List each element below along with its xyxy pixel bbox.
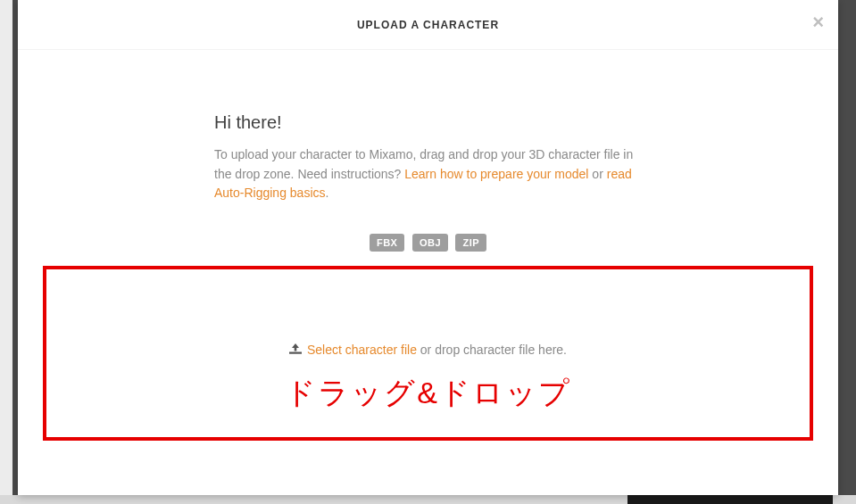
jp-annotation-overlay: ドラッグ&ドロップ [285,373,571,414]
modal-title: UPLOAD A CHARACTER [357,19,499,31]
format-badge-fbx: FBX [370,234,405,252]
intro-text-mid: or [588,167,606,181]
intro-text: To upload your character to Mixamo, drag… [214,145,651,203]
modal-header: UPLOAD A CHARACTER × [18,0,838,50]
page-backdrop-left [0,0,12,504]
drop-zone-text: Select character file or drop character … [289,343,567,357]
intro-text-post: . [326,186,329,200]
upload-icon [289,343,302,357]
intro-section: Hi there! To upload your character to Mi… [214,50,651,203]
modal-body: Hi there! To upload your character to Mi… [18,50,838,252]
format-badge-zip: ZIP [455,234,486,252]
close-button[interactable]: × [812,12,824,32]
drop-zone-suffix: or drop character file here. [417,343,567,357]
upload-character-modal: UPLOAD A CHARACTER × Hi there! To upload… [18,0,838,495]
drop-zone-content: Select character file or drop character … [46,269,810,437]
intro-heading: Hi there! [214,112,651,133]
format-badges: FBX OBJ ZIP [54,234,802,252]
svg-rect-0 [289,351,302,353]
close-icon: × [812,11,824,33]
format-badge-obj: OBJ [412,234,448,252]
drop-zone[interactable]: Select character file or drop character … [43,266,813,441]
select-file-link[interactable]: Select character file [307,343,417,357]
prepare-model-link[interactable]: Learn how to prepare your model [404,167,588,181]
